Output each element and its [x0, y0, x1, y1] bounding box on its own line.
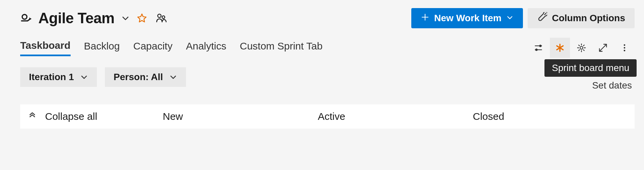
new-work-item-label: New Work Item: [434, 13, 501, 24]
column-closed: Closed: [473, 111, 628, 122]
column-active: Active: [318, 111, 473, 122]
chevron-down-icon: [506, 13, 514, 24]
set-dates-link[interactable]: Set dates: [548, 80, 632, 91]
iteration-filter-label: Iteration 1: [29, 72, 74, 82]
gear-icon[interactable]: [571, 38, 592, 58]
fullscreen-icon[interactable]: [593, 38, 613, 58]
board-column-header: Collapse all New Active Closed: [20, 104, 635, 129]
person-filter[interactable]: Person: All: [105, 67, 186, 87]
svg-point-0: [22, 14, 27, 19]
column-options-button[interactable]: Column Options: [528, 8, 635, 28]
extension-asterisk-icon[interactable]: [550, 38, 570, 58]
tabs-bar: Taskboard Backlog Capacity Analytics Cus…: [20, 38, 635, 58]
plus-icon: [421, 13, 429, 24]
svg-point-1: [158, 14, 161, 18]
sprint-board-menu-tooltip: Sprint board menu: [544, 59, 637, 77]
favorite-star-icon[interactable]: [135, 11, 149, 26]
filter-icon[interactable]: [528, 38, 548, 58]
people-icon[interactable]: [154, 11, 169, 26]
page-title: Agile Team: [38, 10, 114, 27]
iteration-filter[interactable]: Iteration 1: [20, 67, 97, 87]
tab-capacity[interactable]: Capacity: [133, 40, 173, 55]
svg-point-5: [624, 47, 626, 49]
svg-point-6: [624, 50, 626, 52]
more-menu-icon[interactable]: [614, 38, 635, 58]
sprint-icon: [20, 13, 34, 24]
tab-analytics[interactable]: Analytics: [186, 40, 226, 55]
person-filter-label: Person: All: [114, 72, 163, 82]
team-picker-chevron-icon[interactable]: [121, 14, 130, 23]
tab-custom-sprint[interactable]: Custom Sprint Tab: [240, 40, 323, 55]
filters-row: Iteration 1 Person: All No iteration dat…: [20, 67, 635, 91]
svg-point-4: [624, 44, 626, 46]
wrench-icon: [537, 12, 547, 25]
new-work-item-button[interactable]: New Work Item: [411, 8, 523, 28]
header: Agile Team New Work Item: [20, 8, 635, 28]
column-new: New: [163, 111, 318, 122]
tab-backlog[interactable]: Backlog: [84, 40, 120, 55]
collapse-all-label[interactable]: Collapse all: [45, 111, 97, 122]
column-options-label: Column Options: [552, 13, 625, 24]
svg-point-3: [580, 46, 583, 49]
tab-taskboard[interactable]: Taskboard: [20, 40, 71, 56]
collapse-all-icon[interactable]: [28, 111, 36, 122]
svg-point-2: [162, 16, 165, 19]
